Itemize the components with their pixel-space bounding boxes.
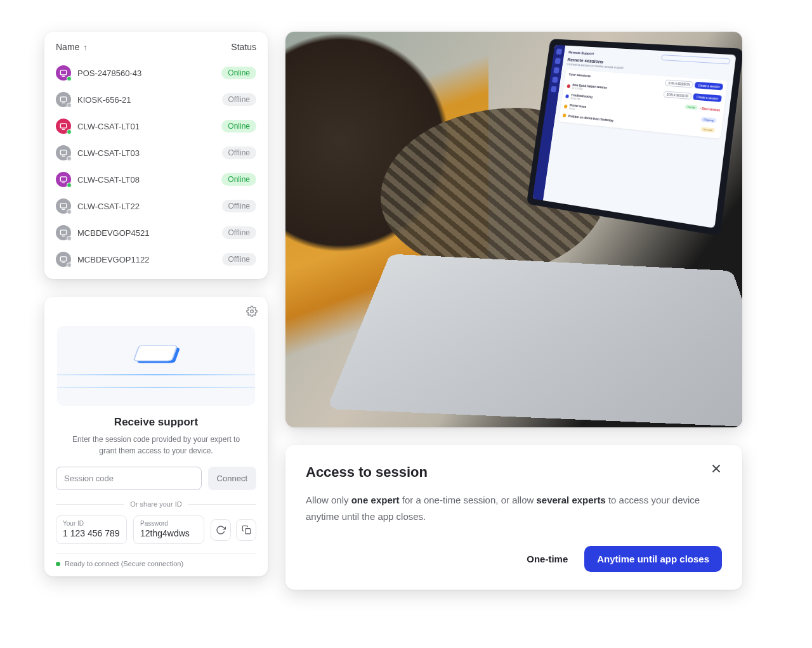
device-list-header: Name ↑ Status: [55, 41, 258, 60]
device-icon: [56, 172, 71, 187]
session-dot-icon: [566, 84, 570, 88]
status-badge: Online: [221, 120, 256, 133]
svg-rect-6: [60, 230, 66, 235]
or-text: Or share your ID: [130, 500, 181, 508]
status-dot-icon: [67, 262, 72, 268]
laptop-start-link: • Start session: [700, 107, 720, 112]
laptop-section: Your sessions: [568, 72, 591, 77]
device-icon: [56, 198, 71, 214]
device-row[interactable]: MCBDEVGOP1122Offline: [55, 246, 258, 273]
your-id-box: Your ID 1 123 456 789: [56, 515, 127, 544]
anytime-button[interactable]: Anytime until app closes: [584, 546, 722, 572]
device-name: MCBDEVGOP1122: [77, 255, 149, 264]
receive-support-card: Receive support Enter the session code p…: [44, 297, 268, 576]
gear-icon[interactable]: [246, 306, 258, 320]
status-dot-icon: [67, 156, 72, 161]
session-chip: Ongoing: [701, 117, 716, 122]
laptop-join-button: JOIN A SESSION: [665, 79, 693, 87]
support-illustration: [57, 326, 255, 406]
col-status[interactable]: Status: [231, 42, 256, 52]
your-id-value: 1 123 456 789: [63, 528, 120, 538]
status-badge: Offline: [222, 226, 256, 239]
or-divider: Or share your ID: [56, 500, 256, 508]
device-row[interactable]: CLW-CSAT-LT01Online: [55, 113, 258, 139]
device-row[interactable]: MCBDEVGOP4521Offline: [55, 219, 258, 246]
device-list-card: Name ↑ Status POS-2478560-43OnlineKIOSK-…: [44, 32, 268, 279]
device-row[interactable]: CLW-CSAT-LT03Offline: [55, 139, 258, 166]
svg-rect-7: [60, 257, 66, 261]
password-label: Password: [140, 520, 197, 527]
refresh-icon[interactable]: [211, 519, 231, 541]
session-dot-icon: [565, 94, 569, 98]
device-name: MCBDEVGOP4521: [77, 228, 149, 238]
one-time-button[interactable]: One-time: [524, 547, 570, 571]
access-description: Allow only one expert for a one-time ses…: [306, 492, 722, 524]
svg-rect-11: [245, 529, 250, 534]
status-badge: Online: [221, 67, 256, 79]
device-row[interactable]: POS-2478560-43Online: [55, 60, 258, 86]
laptop-mockup: Remote Support Remote sessions Connect t…: [384, 32, 742, 427]
status-badge: Offline: [222, 146, 256, 159]
device-name: KIOSK-656-21: [77, 95, 131, 105]
status-dot-icon: [67, 76, 72, 81]
status-badge: Offline: [222, 200, 256, 212]
device-row[interactable]: KIOSK-656-21Offline: [55, 86, 258, 113]
svg-rect-5: [60, 204, 66, 208]
status-badge: Online: [221, 173, 256, 186]
device-icon: [56, 252, 71, 267]
session-chip: Ready: [685, 105, 698, 110]
status-dot-icon: [56, 562, 60, 566]
device-icon: [56, 65, 71, 81]
svg-rect-10: [134, 346, 178, 361]
device-row[interactable]: CLW-CSAT-LT22Offline: [55, 193, 258, 219]
status-badge: Offline: [222, 93, 256, 106]
device-icon: [56, 145, 71, 160]
device-icon: [56, 92, 71, 107]
svg-rect-3: [60, 150, 66, 155]
status-dot-icon: [67, 209, 72, 214]
svg-rect-4: [60, 177, 66, 181]
status-badge: Offline: [222, 253, 256, 266]
access-dialog: Access to session Allow only one expert …: [285, 445, 742, 590]
laptop-screen-app: Remote Support Remote sessions Connect t…: [532, 45, 736, 228]
device-name: CLW-CSAT-LT08: [77, 175, 140, 185]
device-icon: [56, 225, 71, 240]
close-icon[interactable]: [707, 459, 726, 481]
col-name[interactable]: Name: [56, 42, 79, 52]
connect-button[interactable]: Connect: [208, 467, 256, 490]
laptop-header: Remote Support: [568, 50, 594, 55]
copy-icon[interactable]: [236, 519, 256, 541]
device-row[interactable]: CLW-CSAT-LT08Online: [55, 166, 258, 193]
laptop-join-mini: JOIN A SESSION: [663, 91, 691, 100]
support-title: Receive support: [56, 416, 256, 429]
status-dot-icon: [67, 129, 72, 134]
laptop-create-button: Create a session: [695, 82, 723, 91]
svg-rect-1: [60, 97, 66, 101]
lifestyle-photo: Remote Support Remote sessions Connect t…: [285, 32, 742, 427]
support-description: Enter the session code provided by your …: [56, 434, 256, 467]
your-id-label: Your ID: [63, 520, 120, 527]
session-dot-icon: [564, 104, 568, 108]
status-dot-icon: [67, 183, 72, 188]
device-name: POS-2478560-43: [77, 68, 141, 78]
device-name: CLW-CSAT-LT22: [77, 202, 140, 211]
svg-rect-2: [60, 124, 66, 128]
svg-rect-0: [60, 70, 66, 75]
device-name: CLW-CSAT-LT03: [77, 148, 140, 158]
svg-point-8: [251, 310, 254, 313]
status-dot-icon: [67, 103, 72, 108]
status-dot-icon: [67, 236, 72, 241]
laptop-create-mini: Create a session: [693, 93, 721, 102]
session-dot-icon: [563, 113, 566, 117]
sort-asc-icon[interactable]: ↑: [83, 42, 88, 52]
device-icon: [56, 119, 71, 134]
session-chip: On hold: [700, 127, 715, 133]
session-code-input[interactable]: [56, 467, 202, 490]
access-title: Access to session: [306, 464, 722, 481]
password-value: 12thg4wdws: [140, 528, 197, 538]
password-box: Password 12thg4wdws: [133, 515, 204, 544]
status-text: Ready to connect (Secure connection): [65, 560, 183, 567]
connection-status: Ready to connect (Secure connection): [56, 553, 256, 567]
device-name: CLW-CSAT-LT01: [77, 122, 140, 131]
